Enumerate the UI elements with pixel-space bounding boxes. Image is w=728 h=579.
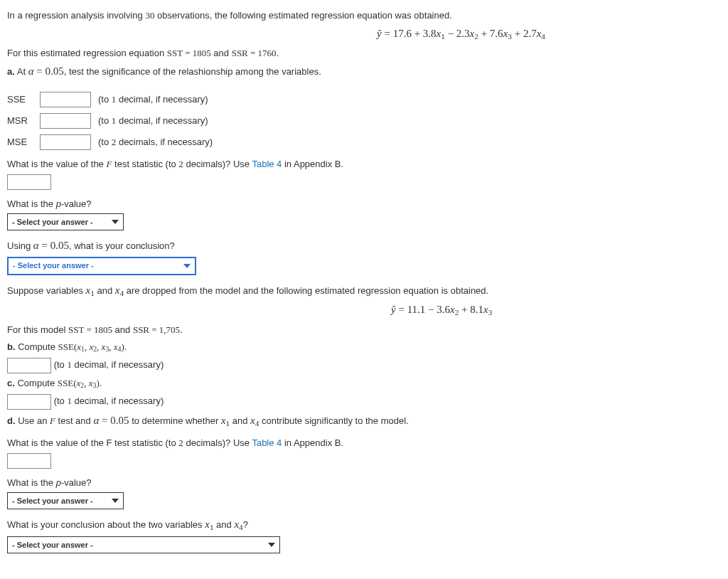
part-b-input-row: (to 1 decimal, if necessary)	[7, 358, 721, 373]
pvalue-select-row-d: - Select your answer -	[7, 492, 721, 509]
part-b-line: b. Compute SSE(x1, x2, x3, x4).	[7, 340, 721, 355]
msr-input[interactable]	[40, 113, 91, 129]
f-letter-2: F	[50, 415, 55, 426]
sse-label: SSE	[7, 92, 33, 107]
conclusion-select-d[interactable]: - Select your answer -	[7, 536, 280, 553]
pv-d-a: What is the	[7, 477, 56, 488]
sse-input[interactable]	[40, 92, 91, 107]
chevron-down-icon	[112, 499, 119, 503]
part-a-label: a.	[7, 66, 15, 77]
model2-sst-line: For this model SST = 1805 and SSR = 1,70…	[7, 323, 721, 337]
pv-d-b: -value?	[61, 477, 92, 488]
x1-var-conc: x1	[205, 519, 213, 530]
f-stat-question-a: What is the value of the F test statisti…	[7, 157, 721, 171]
alpha-expr-d: α = 0.05	[93, 415, 129, 426]
table4-link-1[interactable]: Table 4	[252, 159, 282, 169]
intro-text-b: observations, the following estimated re…	[154, 10, 451, 21]
chevron-down-icon	[112, 220, 119, 224]
conclusion-question-a: Using α = 0.05, what is your conclusion?	[7, 238, 721, 254]
conc-d-b: ?	[243, 519, 248, 530]
part-a-at: At	[15, 66, 28, 77]
sse-23-input[interactable]	[7, 394, 51, 410]
fq-c: decimals)? Use	[183, 159, 252, 169]
sse-23-expr: SSE(x2, x3)	[58, 378, 100, 388]
chevron-down-icon	[268, 543, 275, 547]
x1-var: x1	[86, 285, 95, 296]
and-1: and	[211, 48, 232, 58]
sst-value: SST = 1805	[167, 48, 211, 58]
pd-c: to determine whether	[129, 415, 221, 426]
pv-a: What is the	[7, 198, 56, 209]
period-c: .	[100, 378, 102, 388]
x4-var-d: x4	[250, 415, 259, 426]
sst-end: .	[277, 48, 279, 58]
using-a: Using	[7, 240, 33, 251]
mse-input[interactable]	[40, 134, 91, 150]
fq2-a: What is the value of the F test statisti…	[7, 437, 178, 448]
sup-a: Suppose variables	[7, 285, 86, 296]
part-c-line: c. Compute SSE(x2, x3).	[7, 376, 721, 391]
pd-b: test and	[55, 415, 93, 426]
alpha-expr-b: α = 0.05	[33, 240, 69, 251]
f-stat-input-d[interactable]	[7, 453, 51, 469]
part-d-line: d. Use an F test and α = 0.05 to determi…	[7, 413, 721, 430]
conclusion-select-a[interactable]: - Select your answer -	[7, 257, 196, 275]
conclusion-select-row-d: - Select your answer -	[7, 536, 721, 553]
part-b-hint: (to 1 decimal, if necessary)	[54, 359, 164, 370]
sst-ssr-line: For this estimated regression equation S…	[7, 46, 721, 60]
msr-hint: (to 1 decimal, if necessary)	[98, 114, 208, 128]
part-b-label: b.	[7, 341, 16, 352]
suppose-line: Suppose variables x1 and x4 are dropped …	[7, 282, 721, 299]
conc-d-a: What is your conclusion about the two va…	[7, 519, 205, 530]
sse-hint: (to 1 decimal, if necessary)	[98, 92, 208, 107]
regression-equation-1: ŷ = 17.6 + 3.8x1 − 2.3x2 + 7.6x3 + 2.7x4	[377, 28, 545, 39]
f-stat-input-row	[7, 174, 721, 190]
part-c-hint: (to 1 decimal, if necessary)	[54, 395, 164, 406]
conclusion-select-d-text: - Select your answer -	[12, 539, 93, 551]
x4-var-conc: x4	[234, 519, 242, 530]
regression-equation-2: ŷ = 11.1 − 3.6x2 + 8.1x3	[391, 304, 492, 315]
x4-var: x4	[115, 285, 124, 296]
part-b-compute: Compute	[16, 341, 58, 352]
model2-sst: SST = 1805	[68, 324, 112, 335]
alpha-expr-a: α = 0.05	[28, 65, 64, 77]
f-stat-input-a[interactable]	[7, 174, 51, 190]
pv-b: -value?	[61, 198, 92, 209]
part-c-input-row: (to 1 decimal, if necessary)	[7, 394, 721, 410]
table4-link-2[interactable]: Table 4	[252, 437, 282, 448]
pvalue-select-a[interactable]: - Select your answer -	[7, 213, 124, 230]
p-letter-1: p	[56, 198, 61, 209]
intro-line: In a regression analysis involving 30 ob…	[7, 9, 721, 23]
fq-b: test statistic (to	[112, 159, 178, 169]
pvalue-select-d-text: - Select your answer -	[12, 495, 93, 507]
f-stat-question-d: What is the value of the F test statisti…	[7, 436, 721, 450]
appendix-2: in Appendix B.	[282, 437, 343, 448]
part-a-line: a. At α = 0.05, test the significance of…	[7, 63, 721, 80]
sse-full-expr: SSE(x1, x2, x3, x4)	[58, 341, 124, 352]
m2-end: .	[180, 324, 183, 335]
period-b: .	[124, 341, 127, 352]
pvalue-question-d: What is the p-value?	[7, 476, 721, 490]
sst-text-a: For this estimated regression equation	[7, 48, 167, 58]
chevron-down-icon	[183, 264, 191, 268]
using-b: , what is your conclusion?	[69, 240, 175, 251]
mse-label: MSE	[7, 135, 33, 149]
part-d-label: d.	[7, 415, 16, 426]
and-3: and	[230, 415, 250, 426]
pvalue-select-d[interactable]: - Select your answer -	[7, 492, 124, 509]
f-stat-input-row-d	[7, 453, 721, 469]
conclusion-question-d: What is your conclusion about the two va…	[7, 516, 721, 533]
pvalue-select-a-text: - Select your answer -	[12, 216, 93, 228]
pd-d: contribute significantly to the model.	[259, 415, 408, 426]
sse-full-input[interactable]	[7, 358, 51, 373]
pd-a: Use an	[16, 415, 50, 426]
and-2: and	[95, 285, 115, 296]
observation-count: 30	[145, 10, 154, 21]
pvalue-select-row-a: - Select your answer -	[7, 213, 721, 230]
conclusion-select-row-a: - Select your answer -	[7, 257, 721, 275]
pvalue-question-a: What is the p-value?	[7, 197, 721, 211]
mse-row: MSE (to 2 decimals, if necessary)	[7, 134, 721, 150]
ssr-value: SSR = 1760	[232, 48, 277, 58]
appendix-1: in Appendix B.	[282, 159, 343, 169]
sup-b: are dropped from the model and the follo…	[124, 285, 488, 296]
